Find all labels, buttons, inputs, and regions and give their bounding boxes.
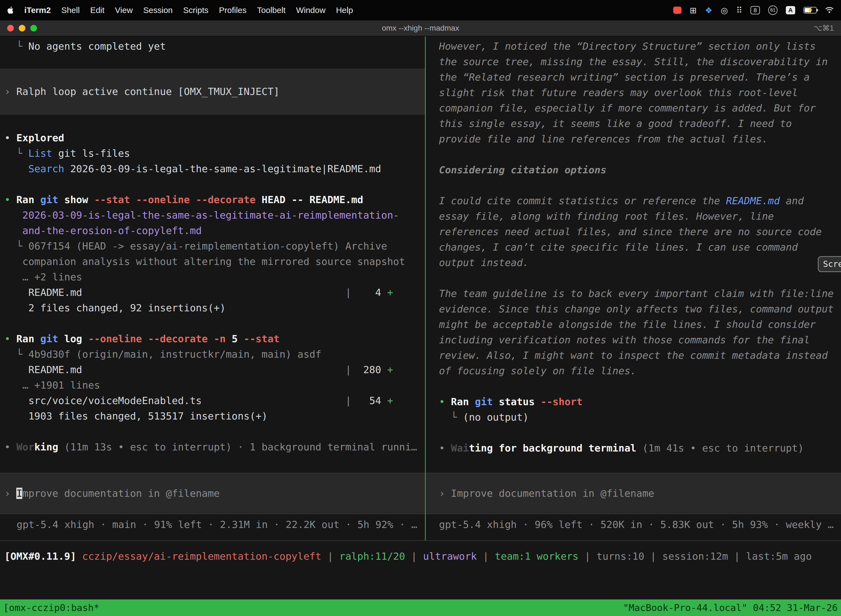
left-status-line: gpt-5.4 xhigh · main · 91% left · 2.31M …: [0, 517, 425, 532]
terminal-line: including verification notes with those …: [439, 332, 837, 348]
terminal-line: provide file and line references from th…: [439, 131, 837, 147]
menu-item-profiles[interactable]: Profiles: [219, 6, 246, 15]
window-shortcut-badge: ⌥⌘1: [814, 24, 841, 32]
terminal-line: └ 4b9d30f (origin/main, instructkr/main,…: [4, 347, 420, 362]
tmux-host-clock: "MacBook-Pro-44.local" 04:52 31-Mar-26: [623, 602, 838, 613]
battery-icon[interactable]: ⚡: [803, 7, 817, 13]
terminal-line: the “Related research writing” section i…: [439, 70, 837, 85]
terminal-line: [4, 316, 420, 331]
menu-item-scripts[interactable]: Scripts: [183, 6, 209, 15]
right-input-text: Improve documentation in @filename: [451, 488, 654, 499]
tmux-session-label[interactable]: [omx-cczip0:bash*: [3, 602, 99, 613]
explored-header: • Explored: [4, 130, 420, 146]
terminal-line: the source tree, missing the essay. Stil…: [439, 54, 837, 70]
terminal-line: companion analysis without altering the …: [4, 254, 420, 269]
zoom-window-button[interactable]: [30, 25, 37, 31]
menu-item-view[interactable]: View: [115, 6, 133, 15]
working-indicator: • Working (11m 13s • esc to interrupt) ·…: [4, 439, 420, 455]
terminal-window: └ No agents completed yet › Ralph loop a…: [0, 37, 841, 616]
right-pane[interactable]: However, I noticed the “Directory Struct…: [426, 37, 841, 540]
terminal-line: └ List git ls-files: [4, 146, 420, 161]
screen-recording-icon[interactable]: [673, 7, 681, 14]
minimize-window-button[interactable]: [19, 25, 25, 31]
terminal-line: … +1901 lines: [4, 378, 420, 393]
menu-item-window[interactable]: Window: [296, 6, 325, 15]
screen-overlay-button[interactable]: Scre: [818, 256, 841, 272]
terminal-line: evidence. Since this change only affects…: [439, 301, 837, 317]
left-pane[interactable]: └ No agents completed yet › Ralph loop a…: [0, 37, 425, 540]
terminal-line: README.md | 280 +: [4, 362, 420, 378]
right-input-line: › Improve documentation in @filename: [439, 486, 837, 501]
inject-lines: › Ralph loop active continue [OMX_TMUX_I…: [0, 84, 425, 99]
menu-item-help[interactable]: Help: [336, 6, 353, 15]
terminal-line: The team guideline is to back every impo…: [439, 286, 837, 301]
terminal-line: essay file, along with finding root file…: [439, 209, 837, 224]
terminal-line: references need actual files, and since …: [439, 224, 837, 239]
waiting-indicator: • Waiting for background terminal (1m 41…: [439, 440, 837, 456]
terminal-line: might be acceptable alongside the file l…: [439, 317, 837, 332]
apple-menu-icon[interactable]: [7, 6, 14, 14]
menu-item-edit[interactable]: Edit: [90, 6, 105, 15]
terminal-line: changes, I can’t cite specific file line…: [439, 239, 837, 255]
left-body-lines: • Explored └ List git ls-files Search 20…: [0, 130, 425, 455]
tmux-status-bar: [omx-cczip0:bash* "MacBook-Pro-44.local"…: [0, 600, 841, 616]
menu-item-shell[interactable]: Shell: [61, 6, 80, 15]
terminal-line: 2 files changed, 92 insertions(+): [4, 300, 420, 316]
input-source-icon[interactable]: A: [786, 6, 795, 14]
grid-icon[interactable]: ⊞: [690, 6, 697, 15]
left-input-text: mprove documentation in @filename: [22, 488, 220, 499]
thinking-heading: Considering citation options: [439, 162, 837, 178]
terminal-line: slight risk that future readers may over…: [439, 85, 837, 100]
terminal-line: [4, 424, 420, 439]
omx-status-bar: [OMX#0.11.9] cczip/essay/ai-reimplementa…: [0, 541, 841, 564]
git-show-command: • Ran git show --stat --oneline --decora…: [4, 192, 420, 208]
terminal-line: [4, 177, 420, 192]
left-prompt-input[interactable]: › Improve documentation in @filename: [0, 473, 425, 514]
menu-item-toolbelt[interactable]: Toolbelt: [257, 6, 286, 15]
right-prompt-input[interactable]: › Improve documentation in @filename: [426, 473, 841, 514]
dots-grid-icon[interactable]: ⠿: [736, 6, 742, 15]
prompt-chevron-icon: ›: [4, 488, 16, 499]
prompt-chevron-icon: ›: [439, 488, 451, 499]
right-body-lines: However, I noticed the “Directory Struct…: [426, 39, 841, 456]
menu-items: iTerm2 Shell Edit View Session Scripts P…: [7, 6, 353, 15]
window-title: omx --xhigh --madmax: [0, 24, 841, 32]
terminal-line: README.md | 4 +: [4, 285, 420, 300]
agents-status-line: └ No agents completed yet: [4, 39, 420, 54]
ring-icon[interactable]: ◎: [721, 6, 728, 15]
close-window-button[interactable]: [7, 25, 14, 31]
terminal-line: 1903 files changed, 513517 insertions(+): [4, 408, 420, 424]
ralph-inject-box: › Ralph loop active continue [OMX_TMUX_I…: [0, 69, 425, 114]
window-title-bar: omx --xhigh --madmax ⌥⌘1: [0, 21, 841, 37]
text-cursor: I: [16, 488, 22, 499]
terminal-line: src/voice/voiceModeEnabled.ts | 54 +: [4, 393, 420, 408]
terminal-line: However, I noticed the “Directory Struct…: [439, 39, 837, 54]
terminal-line: companion file, especially if more comme…: [439, 100, 837, 116]
terminal-line: this single essay, it seems like a good …: [439, 116, 837, 131]
terminal-line: output instead.: [439, 255, 837, 270]
left-top-lines: └ No agents completed yet: [0, 39, 425, 54]
terminal-line: I could cite commit statistics or refere…: [439, 193, 837, 209]
terminal-line: [439, 378, 837, 394]
right-model-status: gpt-5.4 xhigh · 96% left · 520K in · 5.8…: [439, 517, 837, 532]
git-status-command: • Ran git status --short: [439, 394, 837, 409]
battery-nub: [817, 9, 818, 11]
terminal-line: [439, 270, 837, 286]
terminal-line: └ 067f154 (HEAD -> essay/ai-reimplementa…: [4, 238, 420, 254]
left-model-status: gpt-5.4 xhigh · main · 91% left · 2.31M …: [16, 517, 420, 532]
terminal-line: … +2 lines: [4, 269, 420, 285]
key-8-icon[interactable]: 8: [750, 6, 760, 14]
macos-menu-bar: iTerm2 Shell Edit View Session Scripts P…: [0, 0, 841, 21]
terminal-line: [439, 147, 837, 162]
wifi-icon[interactable]: [825, 7, 834, 14]
menu-item-app[interactable]: iTerm2: [24, 6, 51, 15]
git-log-command: • Ran git log --oneline --decorate -n 5 …: [4, 331, 420, 347]
battery-percent-icon[interactable]: 61: [768, 6, 778, 15]
charging-bolt-icon: ⚡: [807, 7, 814, 13]
terminal-line: [439, 425, 837, 440]
terminal-line: review. Also, I might want to inspect th…: [439, 348, 837, 363]
right-status-line: gpt-5.4 xhigh · 96% left · 520K in · 5.8…: [426, 517, 841, 532]
menu-item-session[interactable]: Session: [143, 6, 173, 15]
blue-app-icon[interactable]: ❖: [705, 6, 712, 15]
terminal-line: and-the-erosion-of-copyleft.md: [4, 223, 420, 238]
